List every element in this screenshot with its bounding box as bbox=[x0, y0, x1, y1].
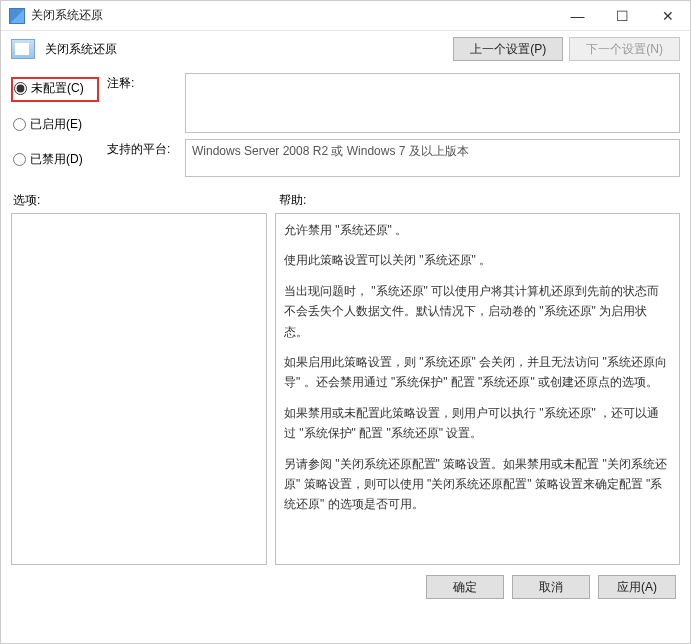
platform-label: 支持的平台: bbox=[107, 139, 177, 177]
fields: 注释: 支持的平台: Windows Server 2008 R2 或 Wind… bbox=[107, 73, 680, 184]
platform-value: Windows Server 2008 R2 或 Windows 7 及以上版本 bbox=[192, 144, 469, 158]
pane-labels: 选项: 帮助: bbox=[1, 184, 690, 213]
radio-not-configured-label: 未配置(C) bbox=[31, 80, 84, 97]
close-button[interactable]: ✕ bbox=[645, 1, 690, 30]
options-label: 选项: bbox=[13, 192, 271, 209]
radio-disabled-label: 已禁用(D) bbox=[30, 151, 83, 168]
app-icon bbox=[9, 8, 25, 24]
radio-disabled-input[interactable] bbox=[13, 153, 26, 166]
help-label: 帮助: bbox=[279, 192, 306, 209]
comment-textarea[interactable] bbox=[185, 73, 680, 133]
apply-button[interactable]: 应用(A) bbox=[598, 575, 676, 599]
dialog-footer: 确定 取消 应用(A) bbox=[1, 565, 690, 609]
cancel-button[interactable]: 取消 bbox=[512, 575, 590, 599]
radio-not-configured[interactable]: 未配置(C) bbox=[11, 77, 99, 102]
help-paragraph: 如果启用此策略设置，则 "系统还原" 会关闭，并且无法访问 "系统还原向导" 。… bbox=[284, 352, 671, 393]
radio-not-configured-input[interactable] bbox=[14, 82, 27, 95]
panes: 允许禁用 "系统还原" 。 使用此策略设置可以关闭 "系统还原" 。 当出现问题… bbox=[1, 213, 690, 565]
previous-setting-button[interactable]: 上一个设置(P) bbox=[453, 37, 563, 61]
help-paragraph: 当出现问题时， "系统还原" 可以使用户将其计算机还原到先前的状态而不会丢失个人… bbox=[284, 281, 671, 342]
radio-disabled[interactable]: 已禁用(D) bbox=[11, 149, 99, 172]
help-paragraph: 使用此策略设置可以关闭 "系统还原" 。 bbox=[284, 250, 671, 270]
header: 关闭系统还原 上一个设置(P) 下一个设置(N) bbox=[1, 31, 690, 67]
platform-box: Windows Server 2008 R2 或 Windows 7 及以上版本 bbox=[185, 139, 680, 177]
help-pane[interactable]: 允许禁用 "系统还原" 。 使用此策略设置可以关闭 "系统还原" 。 当出现问题… bbox=[275, 213, 680, 565]
options-pane[interactable] bbox=[11, 213, 267, 565]
radio-enabled[interactable]: 已启用(E) bbox=[11, 114, 99, 137]
help-paragraph: 另请参阅 "关闭系统还原配置" 策略设置。如果禁用或未配置 "关闭系统还原" 策… bbox=[284, 454, 671, 515]
comment-label: 注释: bbox=[107, 73, 177, 133]
window-title: 关闭系统还原 bbox=[31, 7, 555, 24]
titlebar: 关闭系统还原 — ☐ ✕ bbox=[1, 1, 690, 31]
radio-enabled-label: 已启用(E) bbox=[30, 116, 82, 133]
policy-title: 关闭系统还原 bbox=[45, 41, 117, 58]
main-config: 未配置(C) 已启用(E) 已禁用(D) 注释: 支持的平台: Windows … bbox=[1, 67, 690, 184]
window-controls: — ☐ ✕ bbox=[555, 1, 690, 30]
help-paragraph: 允许禁用 "系统还原" 。 bbox=[284, 220, 671, 240]
policy-icon bbox=[11, 39, 35, 59]
ok-button[interactable]: 确定 bbox=[426, 575, 504, 599]
state-radio-group: 未配置(C) 已启用(E) 已禁用(D) bbox=[11, 73, 99, 184]
next-setting-button: 下一个设置(N) bbox=[569, 37, 680, 61]
minimize-button[interactable]: — bbox=[555, 1, 600, 30]
radio-enabled-input[interactable] bbox=[13, 118, 26, 131]
help-paragraph: 如果禁用或未配置此策略设置，则用户可以执行 "系统还原" ，还可以通过 "系统保… bbox=[284, 403, 671, 444]
maximize-button[interactable]: ☐ bbox=[600, 1, 645, 30]
